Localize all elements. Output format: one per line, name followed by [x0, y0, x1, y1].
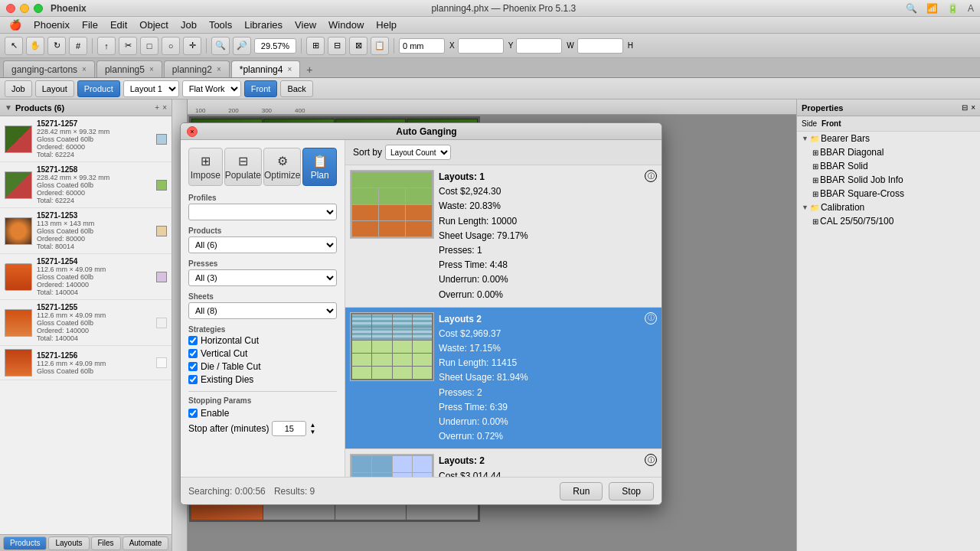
- cut-tool[interactable]: ✂: [119, 37, 137, 55]
- tab-ganging-cartons[interactable]: ganging-cartons ×: [3, 60, 95, 77]
- zoom-in[interactable]: 🔍: [211, 37, 230, 55]
- list-item[interactable]: 15271-1254 112.6 mm × 49.09 mm Gloss Coa…: [0, 254, 172, 300]
- tab-files[interactable]: Files: [91, 536, 121, 550]
- tree-cal-item[interactable]: ⊞ CAL 25/50/75/100: [797, 214, 980, 228]
- product-btn[interactable]: Product: [77, 80, 120, 97]
- die-table-cut-checkbox[interactable]: [188, 362, 198, 371]
- work-select[interactable]: Flat Work: [182, 80, 241, 97]
- impose-tool[interactable]: ⊞: [306, 37, 325, 55]
- vertical-cut-checkbox[interactable]: [188, 349, 198, 358]
- zoom-out[interactable]: 🔎: [233, 37, 251, 55]
- close-properties-icon[interactable]: ×: [971, 103, 975, 112]
- y-coord[interactable]: [458, 38, 504, 54]
- tab-close[interactable]: ×: [82, 65, 87, 73]
- tab-close[interactable]: ×: [287, 65, 292, 73]
- job-btn[interactable]: Job: [5, 80, 32, 97]
- gang-tool[interactable]: ⊟: [328, 37, 346, 55]
- existing-dies-checkbox[interactable]: [188, 375, 198, 384]
- tree-bbar-diagonal[interactable]: ⊞ BBAR Diagonal: [797, 145, 980, 159]
- cross-tool[interactable]: ✛: [183, 37, 201, 55]
- tree-calibration[interactable]: ▼ 📁 Calibration: [797, 201, 980, 214]
- tab-planning2[interactable]: planning2 ×: [164, 60, 230, 77]
- zoom-input[interactable]: [254, 38, 296, 54]
- collapse-properties-icon[interactable]: ⊟: [962, 103, 968, 112]
- tab-planning4[interactable]: *planning4 ×: [231, 60, 301, 77]
- modal-close-button[interactable]: ×: [187, 126, 198, 137]
- optimize-tab[interactable]: ⚙ Optimize: [263, 148, 301, 186]
- rect-tool[interactable]: □: [140, 37, 158, 55]
- plan-tab[interactable]: 📋 Plan: [302, 148, 337, 186]
- layout-tool[interactable]: ⊠: [349, 37, 368, 55]
- products-select[interactable]: All (6): [188, 236, 337, 253]
- layout-btn[interactable]: Layout: [35, 80, 74, 97]
- list-item[interactable]: 15271-1253 113 mm × 143 mm Gloss Coated …: [0, 208, 172, 254]
- select-tool[interactable]: ↖: [5, 37, 23, 55]
- list-item[interactable]: 15271-1255 112.6 mm × 49.09 mm Gloss Coa…: [0, 300, 172, 346]
- grid-tool[interactable]: #: [69, 37, 87, 55]
- list-item[interactable]: 15271-1256 112.6 mm × 49.09 mm Gloss Coa…: [0, 346, 172, 380]
- menu-phoenix[interactable]: Phoenix: [28, 18, 76, 32]
- maximize-button[interactable]: [34, 4, 43, 13]
- add-product-icon[interactable]: +: [155, 103, 159, 112]
- info-icon[interactable]: ⓘ: [645, 170, 657, 182]
- result-item[interactable]: Layouts: 1 Cost $2,924.30 Waste: 20.83% …: [345, 165, 662, 308]
- close-panel-icon[interactable]: ×: [162, 103, 167, 112]
- enable-checkbox[interactable]: [188, 409, 198, 418]
- list-item[interactable]: 15271-1257 228.42 mm × 99.32 mm Gloss Co…: [0, 116, 172, 162]
- products-panel-header: ▼ Products (6) + ×: [0, 99, 172, 116]
- result-item[interactable]: Layouts: 2 Cost $3,014.44 Waste: 19.50% …: [345, 449, 662, 477]
- tree-bbar-solid[interactable]: ⊞ BBAR Solid: [797, 159, 980, 173]
- sheets-select[interactable]: All (8): [188, 302, 337, 319]
- tree-bbar-solid-job-info[interactable]: ⊞ BBAR Solid Job Info: [797, 173, 980, 187]
- plan-tool[interactable]: 📋: [371, 37, 389, 55]
- layout-select[interactable]: Layout 1: [123, 80, 179, 97]
- tab-layouts[interactable]: Layouts: [48, 536, 89, 550]
- rotate-tool[interactable]: ↻: [47, 37, 66, 55]
- menu-tools[interactable]: Tools: [203, 18, 238, 32]
- w-coord[interactable]: [516, 38, 562, 54]
- stop-button[interactable]: Stop: [609, 482, 654, 500]
- tab-automate[interactable]: Automate: [122, 536, 169, 550]
- profiles-select[interactable]: [188, 204, 337, 220]
- tab-add[interactable]: +: [302, 62, 317, 77]
- h-coord[interactable]: [577, 38, 623, 54]
- collapse-icon[interactable]: ▼: [5, 103, 12, 112]
- front-btn[interactable]: Front: [244, 80, 278, 97]
- arrow-tool[interactable]: ↑: [97, 37, 116, 55]
- minimize-button[interactable]: [20, 4, 29, 13]
- menu-libraries[interactable]: Libraries: [238, 18, 289, 32]
- info-icon[interactable]: ⓘ: [645, 312, 657, 324]
- menu-window[interactable]: Window: [322, 18, 370, 32]
- presses-select[interactable]: All (3): [188, 269, 337, 286]
- hand-tool[interactable]: ✋: [26, 37, 44, 55]
- search-icon[interactable]: 🔍: [906, 3, 917, 14]
- stop-down-arrow[interactable]: ▼: [309, 429, 315, 435]
- close-button[interactable]: [6, 4, 15, 13]
- tree-bearer-bars[interactable]: ▼ 📁 Bearer Bars: [797, 132, 980, 145]
- result-item[interactable]: Layouts 2 Cost $2,969.37 Waste: 17.15% R…: [345, 308, 662, 450]
- circle-tool[interactable]: ○: [162, 37, 180, 55]
- menu-help[interactable]: Help: [370, 18, 403, 32]
- stop-after-input[interactable]: [272, 421, 306, 436]
- tab-close[interactable]: ×: [149, 65, 154, 73]
- menu-file[interactable]: File: [76, 18, 104, 32]
- menu-edit[interactable]: Edit: [104, 18, 133, 32]
- tab-close[interactable]: ×: [217, 65, 221, 73]
- populate-tab[interactable]: ⊟ Populate: [224, 148, 262, 186]
- x-coord[interactable]: [399, 38, 445, 54]
- tab-planning5[interactable]: planning5 ×: [96, 60, 162, 77]
- horizontal-cut-checkbox[interactable]: [188, 336, 198, 345]
- tree-bbar-square-cross[interactable]: ⊞ BBAR Square-Cross: [797, 187, 980, 201]
- info-icon[interactable]: ⓘ: [645, 454, 657, 466]
- menu-object[interactable]: Object: [133, 18, 175, 32]
- menu-job[interactable]: Job: [175, 18, 203, 32]
- run-button[interactable]: Run: [560, 482, 603, 500]
- back-btn[interactable]: Back: [280, 80, 312, 97]
- menu-view[interactable]: View: [289, 18, 322, 32]
- impose-tab[interactable]: ⊞ Impose: [188, 148, 223, 186]
- sort-select[interactable]: Layout Count: [385, 145, 451, 160]
- stop-up-arrow[interactable]: ▲: [309, 422, 315, 429]
- list-item[interactable]: 15271-1258 228.42 mm × 99.32 mm Gloss Co…: [0, 162, 172, 208]
- tab-products[interactable]: Products: [3, 536, 47, 550]
- menu-apple[interactable]: 🍎: [3, 18, 28, 32]
